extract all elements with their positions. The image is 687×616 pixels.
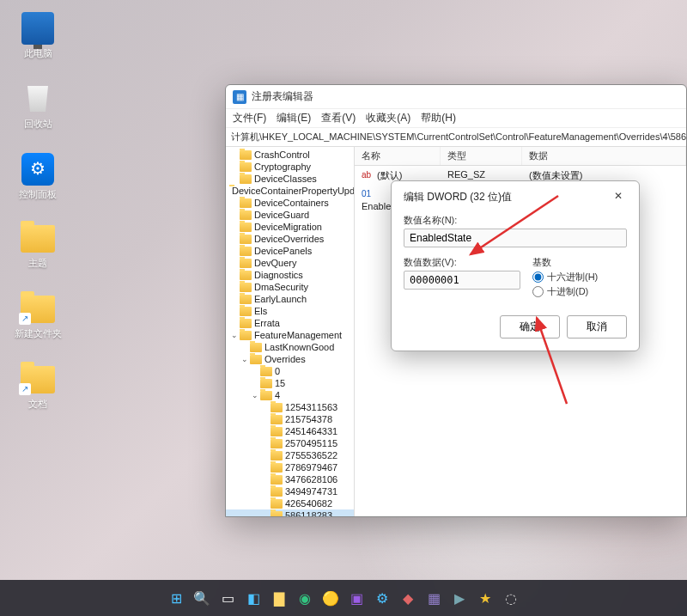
explorer-icon[interactable]: ▇ <box>268 587 290 609</box>
tree-node[interactable]: DmaSecurity <box>226 281 354 293</box>
tree-label: 2451464331 <box>285 426 337 436</box>
dialog-title: 编辑 DWORD (32 位)值 <box>404 190 512 204</box>
menu-edit[interactable]: 编辑(E) <box>277 111 311 125</box>
task-view-icon[interactable]: ▭ <box>216 587 239 609</box>
tree-node[interactable]: DeviceContainers <box>226 197 354 209</box>
tree-label: DeviceContainers <box>254 198 329 208</box>
desktop-icon-new-folder[interactable]: 新建文件夹 <box>10 294 65 339</box>
desktop-icon-label: 文档 <box>10 399 65 410</box>
tree-label: DeviceMigration <box>254 222 322 232</box>
radix-dec-radio[interactable] <box>532 286 544 297</box>
folder-icon <box>271 475 283 485</box>
value-name-field[interactable] <box>404 229 627 247</box>
tree-node[interactable]: 215754378 <box>226 413 354 425</box>
tree-node[interactable]: DeviceContainerPropertyUpda <box>226 185 354 197</box>
folder-icon <box>271 427 283 436</box>
tree-label: EarlyLaunch <box>254 294 307 304</box>
col-data[interactable]: 数据 <box>522 147 686 165</box>
desktop-icon-label: 回收站 <box>10 119 65 130</box>
menu-view[interactable]: 查看(V) <box>321 111 356 125</box>
tree-node[interactable]: 1254311563 <box>226 401 354 413</box>
expand-icon[interactable]: ⌄ <box>250 391 260 399</box>
tree-node[interactable]: Errata <box>226 317 354 329</box>
app-icon[interactable]: ▦ <box>423 587 445 609</box>
tree-node[interactable]: DeviceMigration <box>226 221 354 233</box>
col-type[interactable]: 类型 <box>441 147 522 165</box>
address-text: 计算机\HKEY_LOCAL_MACHINE\SYSTEM\CurrentCon… <box>231 131 686 143</box>
desktop-icon-label: 此电脑 <box>10 48 65 59</box>
tree-node[interactable]: 0 <box>226 365 354 377</box>
expand-icon[interactable]: ⌄ <box>229 331 240 339</box>
tree-node[interactable]: Els <box>226 305 354 317</box>
desktop-icon-recycle-bin[interactable]: 回收站 <box>10 82 65 130</box>
menu-help[interactable]: 帮助(H) <box>421 111 456 125</box>
tree-node[interactable]: Cryptography <box>226 161 354 173</box>
tree-node[interactable]: DevQuery <box>226 257 354 269</box>
tree-label: Overrides <box>264 354 306 364</box>
tree-label: 2755536522 <box>285 450 337 460</box>
tree-label: 1254311563 <box>285 402 337 412</box>
tree-node[interactable]: EarlyLaunch <box>226 293 354 305</box>
menu-favorites[interactable]: 收藏夹(A) <box>366 111 410 125</box>
app-icon[interactable]: ◌ <box>500 587 522 609</box>
tree-node[interactable]: 3476628106 <box>226 473 354 485</box>
store-icon[interactable]: ▣ <box>345 587 368 609</box>
tree-node[interactable]: CrashControl <box>226 149 354 161</box>
tree-node[interactable]: ⌄4 <box>226 389 354 401</box>
tree-node[interactable]: 15 <box>226 377 354 389</box>
tree-node[interactable]: 2786979467 <box>226 461 354 473</box>
tree-node[interactable]: DevicePanels <box>226 245 354 257</box>
menu-file[interactable]: 文件(F) <box>233 111 266 125</box>
tree-node[interactable]: DeviceClasses <box>226 173 354 185</box>
search-icon[interactable]: 🔍 <box>191 587 213 609</box>
tree-label: 426540682 <box>285 498 332 509</box>
folder-icon <box>240 223 252 232</box>
folder-icon <box>271 487 283 497</box>
radix-hex-radio[interactable] <box>532 271 544 283</box>
cancel-button[interactable]: 取消 <box>567 315 627 338</box>
app-icon[interactable]: ◆ <box>397 587 419 609</box>
expand-icon[interactable]: ⌄ <box>240 355 250 363</box>
tree-node[interactable]: 2570495115 <box>226 437 354 449</box>
ok-button[interactable]: 确定 <box>500 315 560 338</box>
tree-label: 586118283 <box>285 510 332 516</box>
tree-label: 3476628106 <box>285 474 337 485</box>
radix-hex-row[interactable]: 十六进制(H) <box>532 271 627 284</box>
chrome-icon[interactable]: 🟡 <box>319 587 342 609</box>
titlebar[interactable]: ▦ 注册表编辑器 <box>226 85 686 109</box>
address-bar[interactable]: 计算机\HKEY_LOCAL_MACHINE\SYSTEM\CurrentCon… <box>226 128 686 147</box>
tree-label: FeatureManagement <box>254 330 342 340</box>
tree-node[interactable]: 586118283 <box>226 509 354 516</box>
col-name[interactable]: 名称 <box>355 147 441 165</box>
settings-icon[interactable]: ⚙ <box>371 587 393 609</box>
close-icon[interactable]: ✕ <box>610 188 627 205</box>
desktop-icon-documents[interactable]: 文档 <box>10 364 65 410</box>
tree-node[interactable]: 426540682 <box>226 497 354 509</box>
tree-node[interactable]: 2755536522 <box>226 449 354 461</box>
tree-node[interactable]: Diagnostics <box>226 269 354 281</box>
edge-icon[interactable]: ◉ <box>294 587 316 609</box>
tree-label: 0 <box>275 366 280 376</box>
app-icon[interactable]: ★ <box>474 587 496 609</box>
folder-icon <box>240 307 252 316</box>
desktop-icon-theme[interactable]: 主题 <box>10 223 65 269</box>
desktop-icon-this-pc[interactable]: 此电脑 <box>10 12 65 59</box>
tree-node[interactable]: LastKnownGood <box>226 341 354 353</box>
tree-node[interactable]: DeviceGuard <box>226 209 354 221</box>
tree-label: 15 <box>275 378 285 388</box>
value-data-field[interactable] <box>404 271 520 290</box>
start-button[interactable]: ⊞ <box>165 587 187 609</box>
folder-icon <box>271 511 283 517</box>
dialog-titlebar[interactable]: 编辑 DWORD (32 位)值 ✕ <box>404 188 627 205</box>
widgets-icon[interactable]: ◧ <box>242 587 264 609</box>
tree-node[interactable]: 3494974731 <box>226 485 354 497</box>
tree-label: Els <box>254 306 267 316</box>
radix-dec-row[interactable]: 十进制(D) <box>532 285 627 298</box>
desktop-icon-control-panel[interactable]: 控制面板 <box>10 153 65 200</box>
tree-node[interactable]: 2451464331 <box>226 425 354 437</box>
tree-node[interactable]: ⌄Overrides <box>226 353 354 365</box>
tree-node[interactable]: DeviceOverrides <box>226 233 354 245</box>
tree-node[interactable]: ⌄FeatureManagement <box>226 329 354 341</box>
app-icon[interactable]: ▶ <box>448 587 471 609</box>
tree-view[interactable]: CrashControlCryptographyDeviceClassesDev… <box>226 147 355 516</box>
